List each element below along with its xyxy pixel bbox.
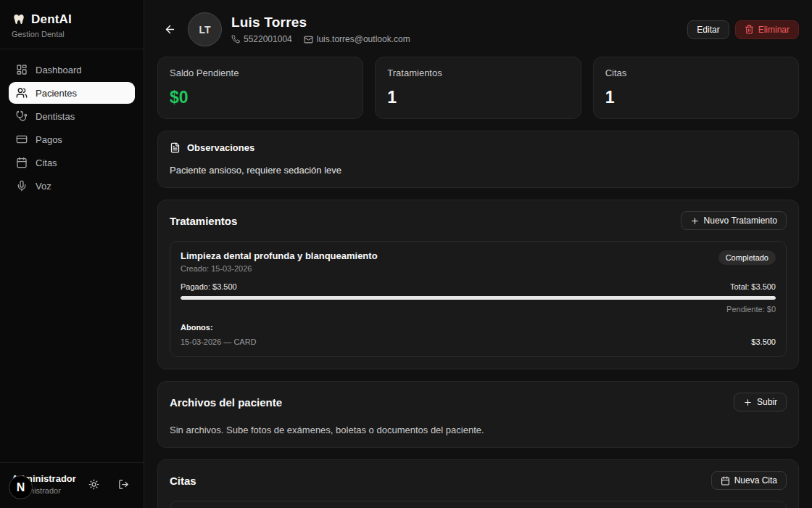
- sidebar-item-citas[interactable]: Citas: [9, 152, 135, 173]
- observations-card: Observaciones Paciente ansioso, requiere…: [157, 131, 799, 188]
- sidebar-item-pagos[interactable]: Pagos: [9, 128, 135, 150]
- plus-icon: [743, 398, 753, 407]
- sidebar-item-dentistas[interactable]: Dentistas: [9, 105, 135, 127]
- sidebar: DentAI Gestion Dental Dashboard Paciente…: [0, 0, 144, 508]
- treatment-pending: Pendiente: $0: [181, 305, 776, 314]
- payment-row: 15-03-2026 — CARD $3.500: [181, 337, 776, 346]
- sidebar-item-dashboard[interactable]: Dashboard: [9, 59, 135, 81]
- trash-icon: [745, 25, 754, 34]
- treatments-section: Tratamientos Nuevo Tratamiento Limpieza …: [157, 200, 799, 369]
- nextjs-dev-badge[interactable]: N: [9, 475, 33, 499]
- stats-row: Saldo Pendiente $0 Tratamientos 1 Citas …: [157, 57, 799, 119]
- upload-button[interactable]: Subir: [734, 393, 787, 411]
- stat-card-saldo: Saldo Pendiente $0: [157, 57, 363, 119]
- stat-label: Citas: [605, 67, 787, 78]
- calendar-plus-icon: [721, 476, 730, 486]
- patient-header: LT Luis Torres 5522001004 luis.torres@ou…: [144, 0, 812, 46]
- payments-title: Abonos:: [181, 323, 776, 332]
- sidebar-item-label: Dentistas: [36, 111, 75, 122]
- appointments-title: Citas: [170, 475, 196, 487]
- stat-value: 1: [387, 88, 568, 107]
- patient-name: Luis Torres: [231, 15, 410, 30]
- treatment-status-badge: Completado: [718, 250, 776, 265]
- stat-card-citas: Citas 1: [593, 57, 799, 119]
- observations-text: Paciente ansioso, requiere sedación leve: [170, 165, 787, 176]
- files-title: Archivos del paciente: [170, 396, 282, 409]
- arrow-left-icon: [164, 23, 176, 36]
- logout-button[interactable]: [118, 479, 129, 490]
- appointment-card[interactable]: Primera consulta mié, 18 mar, 12:00 p. m…: [170, 501, 787, 508]
- sidebar-item-label: Dashboard: [36, 65, 82, 75]
- sun-icon: [88, 479, 99, 490]
- treatment-total: Total: $3.500: [730, 282, 776, 291]
- appointments-section: Citas Nueva Cita Primera consulta mié, 1…: [157, 459, 799, 508]
- app-title: DentAI: [31, 12, 72, 27]
- sidebar-nav: Dashboard Pacientes Dentistas Pagos Cita…: [0, 49, 144, 206]
- main-content: LT Luis Torres 5522001004 luis.torres@ou…: [144, 0, 812, 508]
- patients-icon: [16, 87, 28, 99]
- treatment-card[interactable]: Limpieza dental profunda y blanqueamient…: [170, 241, 787, 357]
- stat-value: $0: [170, 88, 351, 107]
- theme-toggle-button[interactable]: [88, 479, 99, 490]
- tooth-icon: [12, 12, 26, 27]
- patient-avatar: LT: [188, 12, 222, 46]
- delete-button[interactable]: Eliminar: [735, 20, 799, 39]
- patient-phone: 5522001004: [231, 34, 292, 44]
- treatment-name: Limpieza dental profunda y blanqueamient…: [181, 250, 378, 261]
- sidebar-item-label: Citas: [36, 157, 57, 168]
- edit-button[interactable]: Editar: [687, 20, 729, 39]
- mail-icon: [304, 35, 313, 44]
- credit-card-icon: [16, 134, 28, 145]
- logout-icon: [118, 479, 129, 490]
- stat-card-tratamientos: Tratamientos 1: [375, 57, 581, 119]
- file-text-icon: [170, 142, 181, 153]
- app-logo-section: DentAI Gestion Dental: [0, 0, 144, 49]
- new-treatment-button[interactable]: Nuevo Tratamiento: [681, 211, 787, 230]
- new-appointment-button[interactable]: Nueva Cita: [711, 471, 787, 490]
- payment-amount: $3.500: [751, 337, 776, 346]
- stat-label: Saldo Pendiente: [170, 67, 351, 78]
- stat-label: Tratamientos: [387, 67, 568, 78]
- treatment-created: Creado: 15-03-2026: [181, 264, 378, 273]
- sidebar-item-label: Pacientes: [36, 88, 77, 99]
- payment-detail: 15-03-2026 — CARD: [181, 337, 257, 346]
- files-section: Archivos del paciente Subir Sin archivos…: [157, 381, 799, 448]
- payment-progress-bar: [181, 296, 776, 300]
- plus-icon: [690, 216, 700, 226]
- sidebar-item-voz[interactable]: Voz: [9, 175, 135, 197]
- stat-value: 1: [605, 88, 787, 107]
- stethoscope-icon: [16, 110, 28, 122]
- app-subtitle: Gestion Dental: [12, 30, 132, 38]
- calendar-icon: [16, 157, 28, 168]
- sidebar-item-label: Voz: [36, 181, 51, 192]
- treatment-paid: Pagado: $3.500: [181, 282, 237, 291]
- treatments-title: Tratamientos: [170, 215, 237, 227]
- payment-progress-fill: [181, 296, 776, 300]
- microphone-icon: [16, 180, 28, 192]
- sidebar-item-label: Pagos: [36, 134, 62, 145]
- nextjs-logo-icon: N: [17, 481, 25, 494]
- phone-icon: [231, 35, 240, 44]
- back-button[interactable]: [161, 20, 179, 38]
- dashboard-icon: [16, 64, 28, 75]
- observations-title: Observaciones: [187, 142, 254, 153]
- files-empty-text: Sin archivos. Sube fotos de exámenes, bo…: [170, 425, 787, 435]
- patient-identity: Luis Torres 5522001004 luis.torres@outlo…: [231, 15, 410, 44]
- sidebar-item-pacientes[interactable]: Pacientes: [9, 82, 135, 104]
- patient-email: luis.torres@outlook.com: [304, 34, 410, 44]
